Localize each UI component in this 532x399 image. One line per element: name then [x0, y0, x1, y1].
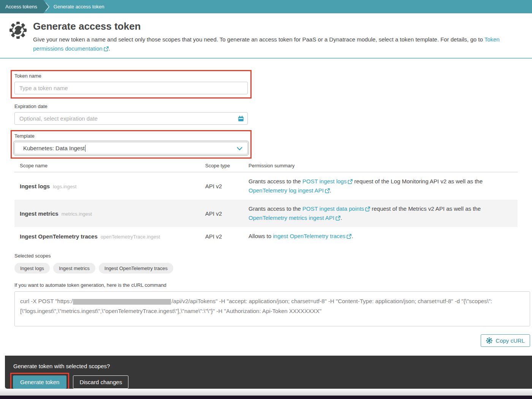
permission-link[interactable]: ingest OpenTelemetry traces	[273, 233, 352, 239]
permission-summary: Allows to ingest OpenTelemetry traces .	[249, 227, 518, 245]
breadcrumb-item-access-tokens[interactable]: Access tokens	[0, 0, 49, 13]
template-combobox[interactable]: Kubernetes: Data Ingest	[14, 142, 248, 154]
table-row: Ingest logslogs.ingestAPI v2Grants acces…	[14, 172, 518, 200]
scope-name: Ingest metrics	[20, 210, 59, 217]
external-link-icon	[104, 46, 109, 51]
column-header-scope-name: Scope name	[14, 163, 205, 169]
permission-link[interactable]: POST ingest data points	[302, 205, 370, 212]
redacted-tenant-url	[73, 299, 171, 305]
selected-scope-chip: Ingest metrics	[53, 263, 95, 273]
scope-name: Ingest OpenTelemetry traces	[20, 233, 98, 240]
selected-scope-chip: Ingest logs	[14, 263, 50, 273]
template-label: Template	[14, 133, 248, 139]
selected-scopes-chips: Ingest logsIngest metricsIngest OpenTele…	[14, 263, 518, 273]
column-header-scope-type: Scope type	[205, 163, 249, 169]
external-link-icon	[336, 216, 340, 221]
expiration-date-label: Expiration date	[14, 103, 518, 110]
breadcrumb-item-generate-access-token: Generate access token	[54, 0, 104, 13]
text-caret	[85, 145, 86, 152]
external-link-icon	[365, 207, 370, 211]
selected-scope-chip: Ingest OpenTelemetry traces	[99, 263, 173, 273]
expiration-date-input[interactable]	[14, 112, 248, 125]
copy-curl-label: Copy cURL	[496, 337, 525, 344]
annotation-box-token-name: Token name	[11, 70, 252, 99]
curl-command-box: curl -X POST "https://api/v2/apiTokens" …	[14, 291, 530, 326]
table-row: Ingest metricsmetrics.ingestAPI v2Grants…	[14, 200, 518, 227]
discard-changes-button[interactable]: Discard changes	[73, 375, 128, 389]
curl-command-text: curl -X POST "https:/	[20, 298, 73, 304]
permission-link[interactable]: OpenTelemetry metrics ingest API	[249, 215, 340, 221]
column-header-permission-summary: Permission summary	[249, 163, 518, 169]
page-header: Generate access token Give your new toke…	[0, 13, 532, 53]
scope-type: API v2	[205, 233, 249, 240]
permission-summary: Grants access to the POST ingest data po…	[249, 200, 518, 227]
description-text: Give your new token a name and select on…	[33, 36, 484, 43]
screen-bottom-edge	[0, 396, 532, 399]
external-link-icon	[348, 179, 353, 184]
scopes-table: Scope name Scope type Permission summary…	[14, 159, 518, 245]
external-link-icon	[347, 234, 352, 239]
token-name-input[interactable]	[14, 82, 248, 94]
scope-type: API v2	[205, 210, 249, 217]
template-value: Kubernetes: Data Ingest	[23, 145, 85, 151]
page-description: Give your new token a name and select on…	[33, 35, 521, 53]
breadcrumb: Access tokens Generate access token	[0, 0, 532, 13]
scope-name: Ingest logs	[20, 183, 50, 189]
permission-summary: Grants access to the POST ingest logs re…	[249, 172, 518, 200]
bottom-action-bar: Generate token with selected scopes? Gen…	[5, 356, 532, 389]
table-row: Ingest OpenTelemetry tracesopenTelemetry…	[14, 227, 518, 245]
permission-link[interactable]: OpenTelemetry log ingest API	[249, 187, 330, 194]
copy-curl-button[interactable]: Copy cURL	[481, 334, 530, 347]
breadcrumb-label: Access tokens	[5, 4, 37, 10]
scope-code: openTelemetryTrace.ingest	[101, 234, 160, 240]
page-bottom-gradient	[0, 389, 532, 396]
description-text: .	[109, 45, 110, 52]
scope-code: logs.ingest	[53, 184, 76, 189]
external-link-icon	[325, 188, 330, 193]
annotation-box-template: Template Kubernetes: Data Ingest	[11, 130, 252, 159]
page-title: Generate access token	[33, 21, 521, 32]
scope-code: metrics.ingest	[62, 211, 92, 217]
calendar-icon[interactable]	[238, 115, 244, 122]
selected-scopes-label: Selected scopes	[14, 253, 518, 259]
gear-sync-icon	[486, 337, 492, 344]
generate-question-text: Generate token with selected scopes?	[13, 363, 532, 369]
breadcrumb-label: Generate access token	[54, 4, 104, 10]
token-name-label: Token name	[14, 73, 248, 79]
table-header-row: Scope name Scope type Permission summary	[14, 159, 518, 172]
chevron-down-icon	[237, 147, 242, 151]
permission-link[interactable]: POST ingest logs	[302, 178, 353, 184]
curl-intro-text: If you want to automate token generation…	[14, 282, 518, 288]
scope-type: API v2	[205, 183, 249, 189]
generate-token-button[interactable]: Generate token	[13, 375, 66, 389]
gear-sync-icon	[9, 21, 27, 39]
